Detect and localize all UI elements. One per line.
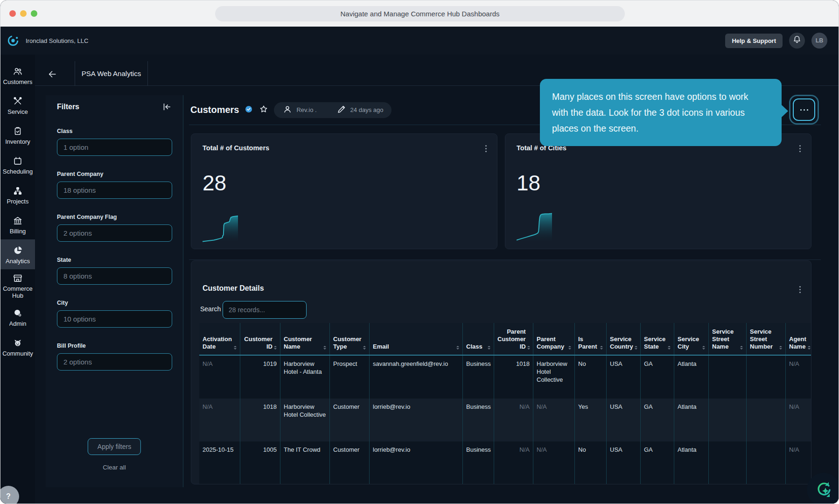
filter-label: Parent Company Flag <box>57 214 172 220</box>
pie-chart-icon <box>13 245 23 256</box>
table-cell: lorrieb@rev.io <box>370 399 463 441</box>
column-header-service-street-name[interactable]: Service Street Name <box>709 323 747 355</box>
column-header-class[interactable]: Class <box>463 323 494 355</box>
window-titlebar: Navigate and Manage Commerce Hub Dashboa… <box>0 0 839 27</box>
table-cell <box>709 441 747 484</box>
table-cell: GA <box>641 356 674 399</box>
filter-select-class[interactable] <box>57 139 172 156</box>
filter-label: State <box>57 257 172 263</box>
sidebar-item-analytics[interactable]: Analytics <box>0 239 35 269</box>
sidebar-item-admin[interactable]: Admin <box>0 302 35 332</box>
table-row: N/A1018Harborview Hotel CollectiveCustom… <box>199 399 811 441</box>
dashboard-more-focus-ring <box>789 95 819 125</box>
column-header-customer-type[interactable]: Customer Type <box>330 323 370 355</box>
sort-icon <box>740 346 743 350</box>
filter-label: Class <box>57 128 172 134</box>
sidebar-item-service[interactable]: Service <box>0 90 35 120</box>
filters-title: Filters <box>57 103 79 111</box>
filter-select-city[interactable] <box>57 310 172 328</box>
kpi-title: Total # of Customers <box>203 144 486 152</box>
column-header-label: Service City <box>678 336 701 350</box>
filter-select-parent-company[interactable] <box>57 182 172 199</box>
dashboard-more-button[interactable] <box>793 98 815 121</box>
column-header-label: Service Country <box>610 336 633 350</box>
kebab-menu-icon[interactable] <box>797 142 804 155</box>
column-header-email[interactable]: Email <box>370 323 463 355</box>
filter-select-parent-company-flag[interactable] <box>57 224 172 242</box>
table-cell: 1018 <box>240 399 280 441</box>
sidebar-item-customers[interactable]: Customers <box>0 60 35 90</box>
traffic-lights <box>9 10 37 17</box>
sidebar-nav: CustomersServiceInventorySchedulingProje… <box>0 55 35 504</box>
column-header-parent-customer-id[interactable]: Parent Customer ID <box>494 323 533 355</box>
kebab-menu-icon[interactable] <box>482 142 489 155</box>
sidebar-item-community[interactable]: Community <box>0 332 35 362</box>
table-cell: Prospect <box>330 356 370 399</box>
column-header-label: Parent Customer ID <box>497 328 526 350</box>
table-cell: Harborview Hotel Collective <box>280 399 330 441</box>
table-cell: N/A <box>494 441 533 484</box>
column-header-label: Activation Date <box>203 336 232 350</box>
column-header-label: Parent Company <box>537 336 567 350</box>
notifications-button[interactable] <box>789 33 805 49</box>
content-area: Filters ClassParent CompanyParent Compan… <box>35 86 839 504</box>
calendar-icon <box>13 156 23 166</box>
filter-field-parent-company-flag: Parent Company Flag <box>57 214 172 242</box>
column-header-service-street-number[interactable]: Service Street Number <box>747 323 786 355</box>
sort-icon <box>488 346 490 350</box>
kpi-cards-row: Total # of Customers 28 <box>191 133 811 249</box>
column-header-customer-name[interactable]: Customer Name <box>280 323 330 355</box>
column-header-service-country[interactable]: Service Country <box>607 323 641 355</box>
star-icon[interactable] <box>259 104 269 116</box>
sidebar-item-label: Customers <box>3 78 33 85</box>
table-cell <box>709 399 747 441</box>
tab-psa-web-analytics[interactable]: PSA Web Analytics <box>75 61 148 86</box>
sidebar-item-projects[interactable]: Projects <box>0 180 35 210</box>
column-header-label: Class <box>466 343 486 350</box>
sidebar-item-label: Admin <box>9 320 27 327</box>
table-cell: 2025-10-15 <box>199 441 240 484</box>
kpi-value: 18 <box>517 170 540 196</box>
sidebar-item-billing[interactable]: Billing <box>0 210 35 239</box>
help-support-button[interactable]: Help & Support <box>725 34 783 48</box>
dashboard-title: Customers <box>190 105 239 115</box>
storefront-icon <box>13 273 23 283</box>
minimize-button[interactable] <box>20 10 27 17</box>
filters-panel: Filters ClassParent CompanyParent Compan… <box>46 95 183 487</box>
collapse-panel-icon[interactable] <box>161 102 172 112</box>
filter-select-state[interactable] <box>57 267 172 285</box>
dashboard-edited: 24 days ago <box>350 106 384 113</box>
table-cell: 1005 <box>240 441 280 484</box>
column-header-label: Customer Name <box>284 336 322 350</box>
column-header-agent-name[interactable]: Agent Name <box>786 323 811 355</box>
ai-assistant-button[interactable] <box>807 473 839 504</box>
search-input[interactable] <box>223 301 307 319</box>
sidebar-item-scheduling[interactable]: Scheduling <box>0 150 35 180</box>
sort-icon <box>323 346 326 350</box>
clear-all-link[interactable]: Clear all <box>103 464 126 471</box>
sidebar-item-commerce-hub[interactable]: Commerce Hub <box>0 269 35 302</box>
apply-filters-button[interactable]: Apply filters <box>88 438 141 455</box>
sidebar-item-inventory[interactable]: Inventory <box>0 120 35 150</box>
column-header-parent-company[interactable]: Parent Company <box>533 323 575 355</box>
back-button[interactable] <box>47 69 58 80</box>
sort-icon <box>779 346 782 350</box>
table-cell: lorrieb@rev.io <box>370 441 463 484</box>
customer-details-title: Customer Details <box>203 284 264 293</box>
column-header-activation-date[interactable]: Activation Date <box>199 323 240 355</box>
column-header-customer-id[interactable]: Customer ID <box>240 323 280 355</box>
column-header-service-state[interactable]: Service State <box>641 323 674 355</box>
avatar[interactable]: LB <box>811 33 827 49</box>
filter-label: Bill Profile <box>57 343 172 349</box>
app-header: Ironclad Solutions, LLC Help & Support L… <box>0 27 839 55</box>
filter-select-bill-profile[interactable] <box>57 353 172 371</box>
column-header-is-parent[interactable]: Is Parent <box>575 323 607 355</box>
kebab-menu-icon[interactable] <box>797 283 804 296</box>
org-chart-icon <box>13 186 23 196</box>
table-cell: N/A <box>533 399 575 441</box>
column-header-service-city[interactable]: Service City <box>674 323 709 355</box>
table-cell: Harborview Hotel - Atlanta <box>280 356 330 399</box>
close-button[interactable] <box>9 10 16 17</box>
table-cell: Customer <box>330 441 370 484</box>
zoom-button[interactable] <box>31 10 37 17</box>
